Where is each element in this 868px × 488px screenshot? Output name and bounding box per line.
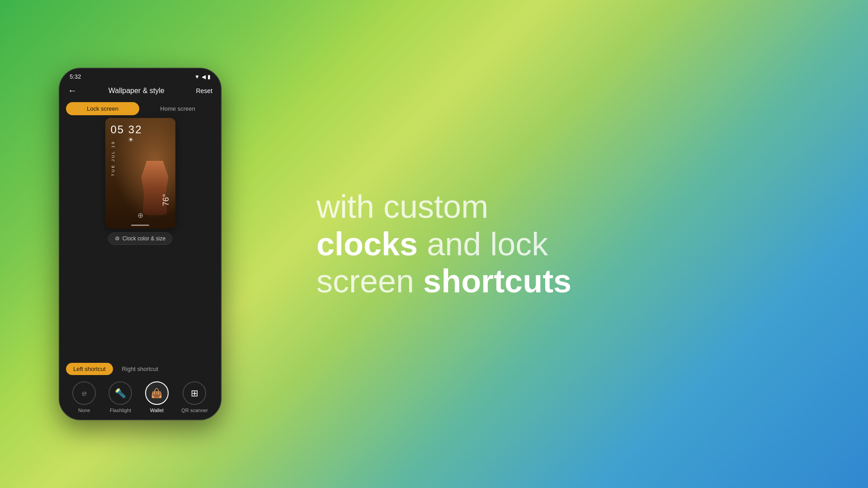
- shortcut-none[interactable]: ⌀ None: [72, 381, 96, 413]
- clock-color-size-button[interactable]: ⚙ Clock color & size: [108, 232, 172, 245]
- hero-and-lock-text: and lock: [418, 226, 548, 262]
- hero-line-2: clocks and lock: [316, 225, 571, 263]
- lockscreen-clock: 05 32: [111, 123, 142, 136]
- hero-screen-text: screen: [316, 263, 423, 299]
- shortcut-icons-list: ⌀ None 🔦 Flashlight 👜: [66, 380, 214, 415]
- shortcut-wallet[interactable]: 👜 Wallet: [145, 381, 169, 413]
- flashlight-icon-circle: 🔦: [108, 381, 132, 405]
- left-section: 5:32 ▼ ◀ ▮ ← Wallpaper & style Reset Loc…: [0, 0, 280, 488]
- camera-notch: [131, 75, 145, 79]
- phone-frame: 5:32 ▼ ◀ ▮ ← Wallpaper & style Reset Loc…: [59, 68, 222, 420]
- status-icons: ▼ ◀ ▮: [194, 74, 211, 80]
- flashlight-label: Flashlight: [110, 408, 131, 413]
- wallet-icon-circle: 👜: [145, 381, 169, 405]
- hero-text-block: with custom clocks and lock screen short…: [316, 188, 571, 300]
- shortcut-flashlight[interactable]: 🔦 Flashlight: [108, 381, 132, 413]
- tab-lock-screen[interactable]: Lock screen: [66, 102, 139, 115]
- lockscreen-temperature: 76°: [161, 194, 171, 206]
- hero-clocks-text: clocks: [316, 226, 418, 262]
- none-icon-circle: ⌀: [72, 381, 96, 405]
- none-label: None: [78, 408, 90, 413]
- app-header: ← Wallpaper & style Reset: [61, 82, 220, 99]
- wallet-label: Wallet: [150, 408, 164, 413]
- back-button[interactable]: ←: [68, 85, 77, 96]
- hero-line-3: screen shortcuts: [316, 263, 571, 300]
- lockscreen-preview: 05 32 TUE JUL 19 ☀ 76° ⊕: [105, 118, 175, 229]
- right-section: with custom clocks and lock screen short…: [280, 0, 868, 488]
- shortcut-section: Left shortcut Right shortcut ⌀ None: [61, 359, 220, 418]
- wifi-icon: ▼: [194, 74, 200, 80]
- tab-left-shortcut[interactable]: Left shortcut: [66, 363, 113, 375]
- flashlight-icon: 🔦: [115, 388, 126, 399]
- preview-container: 05 32 TUE JUL 19 ☀ 76° ⊕ ⚙ Clock color &…: [61, 118, 220, 359]
- page-title: Wallpaper & style: [108, 87, 165, 95]
- lockscreen-weather-icon: ☀: [128, 136, 134, 143]
- qr-scanner-icon: ⊞: [191, 388, 198, 399]
- qr-scanner-label: QR scanner: [181, 408, 208, 413]
- tab-right-shortcut[interactable]: Right shortcut: [115, 363, 165, 375]
- reset-button[interactable]: Reset: [196, 87, 212, 94]
- hero-shortcuts-text: shortcuts: [423, 263, 571, 299]
- lockscreen-vase-decoration: [142, 161, 169, 215]
- main-tab-bar: Lock screen Home screen: [61, 99, 220, 118]
- shortcut-tab-bar: Left shortcut Right shortcut: [66, 363, 214, 375]
- battery-icon: ▮: [208, 74, 211, 80]
- phone-inner: 5:32 ▼ ◀ ▮ ← Wallpaper & style Reset Loc…: [61, 70, 220, 418]
- wallet-icon: 👜: [151, 388, 162, 399]
- tab-home-screen[interactable]: Home screen: [141, 102, 214, 115]
- lockscreen-date: TUE JUL 19: [111, 141, 115, 176]
- fingerprint-icon: ⊕: [137, 211, 143, 220]
- hero-line1-text: with custom: [316, 188, 488, 225]
- signal-icon: ◀: [202, 74, 206, 80]
- status-time: 5:32: [70, 73, 81, 80]
- home-indicator: [131, 225, 149, 226]
- gear-icon: ⚙: [115, 235, 120, 242]
- qr-scanner-icon-circle: ⊞: [183, 381, 206, 405]
- clock-color-label: Clock color & size: [123, 235, 165, 242]
- shortcut-qr-scanner[interactable]: ⊞ QR scanner: [181, 381, 208, 413]
- status-bar: 5:32 ▼ ◀ ▮: [61, 70, 220, 82]
- none-icon: ⌀: [82, 388, 87, 398]
- hero-line-1: with custom: [316, 188, 571, 225]
